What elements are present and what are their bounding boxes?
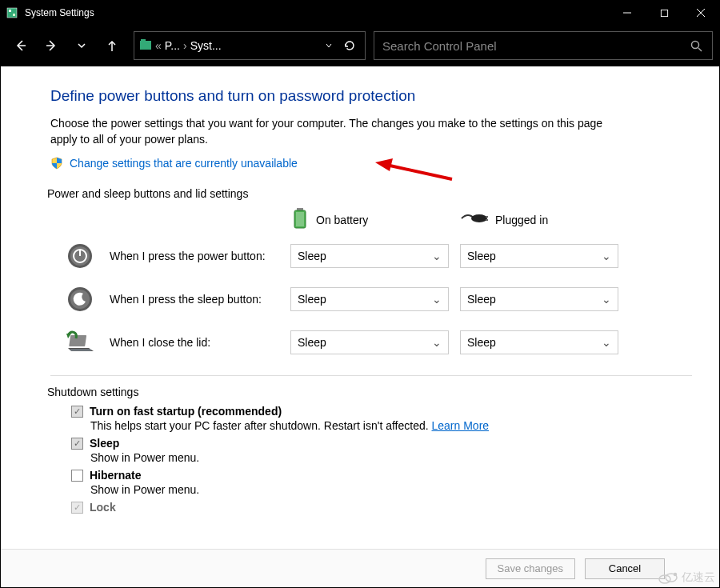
sleep-option: ✓ Sleep Show in Power menu. (71, 437, 692, 464)
section-heading: Power and sleep buttons and lid settings (47, 187, 692, 200)
sleep-button-row: When I press the sleep button: Sleep⌄ Sl… (50, 284, 692, 314)
power-icon (65, 241, 95, 271)
cancel-button[interactable]: Cancel (585, 558, 665, 579)
watermark: 亿速云 (658, 570, 715, 585)
chevron-down-icon: ⌄ (602, 293, 611, 306)
forward-button[interactable] (38, 32, 65, 59)
svg-line-14 (386, 165, 452, 179)
change-settings-link[interactable]: Change settings that are currently unava… (70, 157, 298, 170)
refresh-button[interactable] (339, 35, 360, 56)
breadcrumb-item[interactable]: Syst... (190, 39, 222, 52)
lid-row: When I close the lid: Sleep⌄ Sleep⌄ (50, 327, 692, 358)
chevron-down-icon: ⌄ (602, 336, 611, 349)
option-sub: Show in Power menu. (90, 483, 692, 496)
main-content: Define power buttons and turn on passwor… (1, 66, 719, 549)
close-button[interactable] (682, 1, 719, 25)
power-button-row: When I press the power button: Sleep⌄ Sl… (50, 241, 692, 271)
col-plugged-label: Plugged in (495, 214, 548, 226)
breadcrumb-separator: › (183, 39, 187, 52)
row-label-text: When I close the lid: (110, 336, 210, 349)
checkbox[interactable]: ✓ (71, 438, 83, 450)
power-plugged-select[interactable]: Sleep⌄ (460, 244, 618, 268)
svg-rect-0 (7, 8, 17, 18)
footer: Save changes Cancel 亿速云 (1, 549, 719, 587)
minimize-button[interactable] (609, 1, 646, 25)
learn-more-link[interactable]: Learn More (432, 419, 490, 432)
svg-rect-18 (296, 212, 304, 226)
checkbox[interactable]: ✓ (71, 502, 83, 514)
lid-battery-select[interactable]: Sleep⌄ (290, 330, 449, 354)
battery-icon (290, 206, 310, 233)
sleep-battery-select[interactable]: Sleep⌄ (290, 287, 449, 311)
svg-rect-11 (141, 39, 146, 42)
chevron-down-icon: ⌄ (602, 250, 611, 262)
app-icon (6, 6, 18, 19)
lid-icon (65, 327, 95, 358)
address-bar[interactable]: « P... › Syst... (134, 31, 366, 60)
breadcrumb-overflow: « (155, 39, 162, 52)
recent-dropdown[interactable] (68, 32, 95, 59)
up-button[interactable] (98, 32, 126, 59)
chevron-down-icon: ⌄ (432, 293, 442, 306)
navbar: « P... › Syst... Search Control Panel (1, 25, 719, 66)
option-label: Hibernate (90, 469, 142, 482)
svg-line-13 (698, 48, 702, 51)
breadcrumb-item[interactable]: P... (165, 39, 180, 52)
search-placeholder: Search Control Panel (382, 39, 688, 53)
lid-plugged-select[interactable]: Sleep⌄ (460, 330, 618, 354)
titlebar: System Settings (1, 1, 719, 25)
option-label: Lock (90, 501, 116, 514)
folder-icon (139, 39, 152, 53)
svg-point-33 (666, 574, 677, 582)
option-label: Sleep (90, 437, 119, 450)
back-button[interactable] (7, 32, 34, 59)
row-label-text: When I press the power button: (110, 250, 266, 262)
checkbox[interactable] (71, 470, 83, 482)
section-heading: Shutdown settings (47, 386, 692, 398)
option-label: Turn on fast startup (recommended) (90, 405, 282, 418)
sleep-icon (65, 284, 95, 314)
hibernate-option: Hibernate Show in Power menu. (71, 469, 692, 496)
svg-rect-21 (486, 219, 488, 221)
maximize-button[interactable] (646, 1, 682, 25)
svg-point-34 (674, 574, 677, 576)
chevron-down-icon: ⌄ (432, 336, 442, 349)
page-title: Define power buttons and turn on passwor… (50, 87, 692, 105)
sleep-plugged-select[interactable]: Sleep⌄ (460, 287, 618, 311)
fast-startup-option: ✓ Turn on fast startup (recommended) Thi… (71, 405, 692, 432)
svg-rect-30 (69, 335, 86, 346)
svg-rect-10 (140, 41, 151, 50)
plug-icon (460, 210, 489, 229)
page-description: Choose the power settings that you want … (50, 116, 626, 147)
lock-option: ✓ Lock (71, 501, 692, 514)
save-changes-button[interactable]: Save changes (486, 558, 575, 579)
power-battery-select[interactable]: Sleep⌄ (290, 244, 449, 268)
checkbox[interactable]: ✓ (71, 406, 83, 418)
window-title: System Settings (25, 7, 609, 18)
svg-rect-2 (13, 14, 15, 16)
option-sub: Show in Power menu. (90, 451, 692, 464)
svg-marker-29 (70, 350, 92, 350)
svg-rect-20 (486, 216, 488, 218)
svg-point-12 (692, 42, 699, 49)
option-sub: This helps start your PC faster after sh… (90, 419, 429, 432)
svg-point-19 (471, 214, 487, 222)
chevron-down-icon: ⌄ (432, 250, 442, 262)
row-label-text: When I press the sleep button: (110, 293, 262, 306)
search-input[interactable]: Search Control Panel (374, 31, 713, 60)
svg-rect-4 (661, 10, 667, 16)
annotation-arrow-icon (375, 158, 455, 186)
search-icon (688, 39, 704, 52)
svg-marker-15 (375, 158, 393, 171)
address-dropdown[interactable] (318, 35, 339, 56)
col-battery-label: On battery (316, 214, 368, 226)
shield-icon (50, 157, 63, 170)
svg-rect-1 (9, 10, 11, 12)
